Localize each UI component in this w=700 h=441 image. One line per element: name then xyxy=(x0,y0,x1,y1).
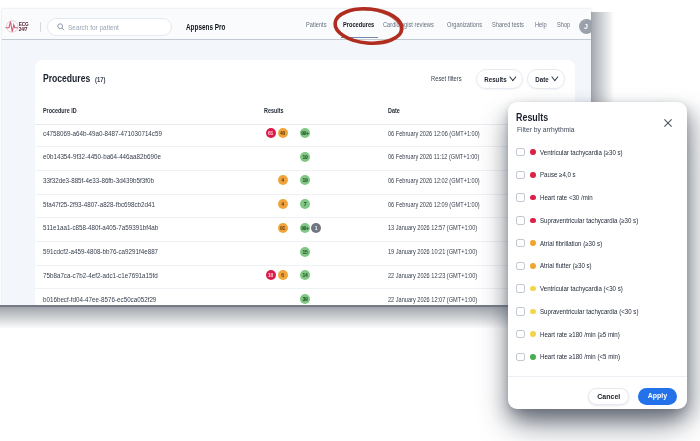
svg-text:ECG: ECG xyxy=(18,22,28,27)
svg-text:24/7: 24/7 xyxy=(18,27,27,32)
